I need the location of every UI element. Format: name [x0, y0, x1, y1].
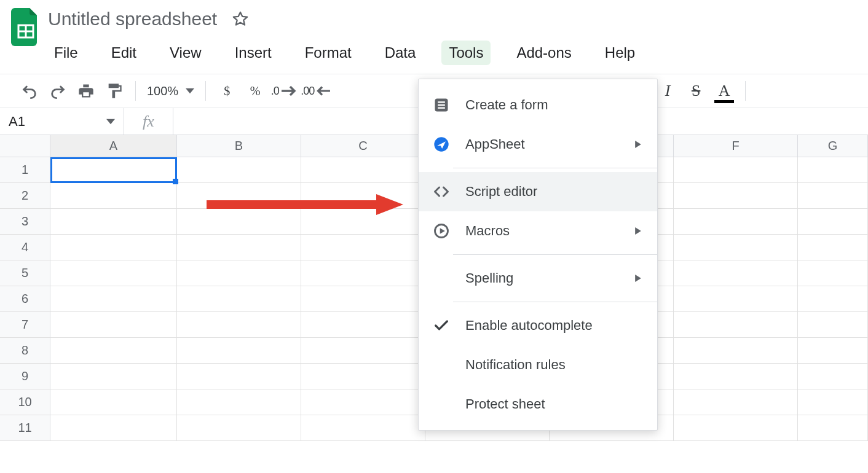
menu-insert[interactable]: Insert [227, 41, 279, 65]
row-header[interactable]: 11 [0, 415, 50, 441]
cell[interactable] [674, 183, 798, 209]
menu-view[interactable]: View [162, 41, 209, 65]
cell[interactable] [177, 235, 301, 260]
cell[interactable] [50, 235, 177, 260]
cell[interactable] [798, 415, 868, 441]
cell[interactable] [50, 389, 177, 415]
cell[interactable] [177, 338, 301, 364]
cell[interactable] [674, 338, 798, 364]
menu-item-create-a-form[interactable]: Create a form [419, 85, 657, 125]
cell[interactable] [798, 312, 868, 338]
zoom-dropdown[interactable]: 100% [143, 84, 198, 98]
cell[interactable] [177, 157, 301, 183]
menu-item-protect-sheet[interactable]: Protect sheet [419, 385, 657, 424]
name-box[interactable]: A1 [0, 108, 124, 135]
cell[interactable] [798, 286, 868, 312]
menu-item-macros[interactable]: Macros [419, 211, 657, 251]
column-header[interactable]: B [177, 135, 301, 157]
row-header[interactable]: 2 [0, 183, 50, 209]
italic-button[interactable]: I [654, 77, 681, 104]
cell[interactable] [177, 364, 301, 389]
cell[interactable] [798, 364, 868, 389]
cell[interactable] [301, 364, 425, 389]
cell[interactable] [50, 286, 177, 312]
cell[interactable] [301, 312, 425, 338]
cell[interactable] [177, 389, 301, 415]
cell[interactable] [177, 312, 301, 338]
cell[interactable] [177, 260, 301, 286]
menu-item-spelling[interactable]: Spelling [419, 259, 657, 298]
increase-decimal-button[interactable]: .00 [301, 77, 330, 104]
menu-addons[interactable]: Add-ons [509, 41, 578, 65]
cell[interactable] [50, 183, 177, 209]
cell[interactable] [301, 235, 425, 260]
cell[interactable] [674, 312, 798, 338]
cell[interactable] [798, 235, 868, 260]
cell[interactable] [798, 338, 868, 364]
cell[interactable] [177, 415, 301, 441]
menu-item-appsheet[interactable]: AppSheet [419, 125, 657, 164]
menu-data[interactable]: Data [377, 41, 424, 65]
menu-file[interactable]: File [47, 41, 85, 65]
row-header[interactable]: 4 [0, 235, 50, 260]
print-button[interactable] [73, 77, 100, 104]
menu-item-enable-autocomplete[interactable]: Enable autocomplete [419, 306, 657, 345]
cell[interactable] [50, 338, 177, 364]
text-color-button[interactable]: A [711, 77, 738, 104]
menu-item-script-editor[interactable]: Script editor [419, 172, 657, 211]
cell[interactable] [674, 260, 798, 286]
document-title[interactable]: Untitled spreadsheet [45, 7, 219, 31]
row-header[interactable]: 5 [0, 260, 50, 286]
row-header[interactable]: 8 [0, 338, 50, 364]
row-header[interactable]: 1 [0, 157, 50, 183]
strikethrough-button[interactable]: S [682, 77, 709, 104]
row-header[interactable]: 7 [0, 312, 50, 338]
row-header[interactable]: 3 [0, 209, 50, 235]
menu-edit[interactable]: Edit [104, 41, 144, 65]
cell[interactable] [674, 364, 798, 389]
select-all-corner[interactable] [0, 135, 50, 157]
cell[interactable] [798, 157, 868, 183]
cell[interactable] [301, 338, 425, 364]
row-header[interactable]: 6 [0, 286, 50, 312]
decrease-decimal-button[interactable]: .0 [270, 77, 299, 104]
cell[interactable] [301, 157, 425, 183]
column-header[interactable]: G [798, 135, 868, 157]
cell[interactable] [301, 389, 425, 415]
cell[interactable] [798, 209, 868, 235]
fill-handle[interactable] [173, 179, 178, 184]
cell[interactable] [50, 415, 177, 441]
menu-help[interactable]: Help [598, 41, 642, 65]
cell[interactable] [301, 260, 425, 286]
format-percent-button[interactable]: % [242, 77, 269, 104]
cell[interactable] [674, 286, 798, 312]
cell[interactable] [674, 157, 798, 183]
redo-button[interactable] [44, 77, 71, 104]
cell[interactable] [50, 209, 177, 235]
cell[interactable] [674, 235, 798, 260]
row-header[interactable]: 10 [0, 389, 50, 415]
menu-tools[interactable]: Tools [441, 41, 491, 65]
cell[interactable] [50, 312, 177, 338]
menu-item-notification-rules[interactable]: Notification rules [419, 345, 657, 385]
format-currency-button[interactable]: $ [213, 77, 240, 104]
sheets-logo[interactable] [6, 5, 45, 49]
star-icon[interactable] [232, 10, 249, 28]
row-header[interactable]: 9 [0, 364, 50, 389]
column-header[interactable]: C [301, 135, 425, 157]
cell[interactable] [674, 389, 798, 415]
paint-format-button[interactable] [101, 77, 128, 104]
toolbar-overflow[interactable] [753, 84, 770, 98]
cell[interactable] [674, 209, 798, 235]
cell[interactable] [798, 389, 868, 415]
cell[interactable] [301, 286, 425, 312]
cell[interactable] [674, 415, 798, 441]
cell[interactable] [50, 260, 177, 286]
cell[interactable] [798, 183, 868, 209]
column-header[interactable]: A [50, 135, 177, 157]
cell[interactable] [50, 364, 177, 389]
cell[interactable] [301, 415, 425, 441]
column-header[interactable]: F [674, 135, 798, 157]
menu-format[interactable]: Format [298, 41, 359, 65]
undo-button[interactable] [16, 77, 43, 104]
